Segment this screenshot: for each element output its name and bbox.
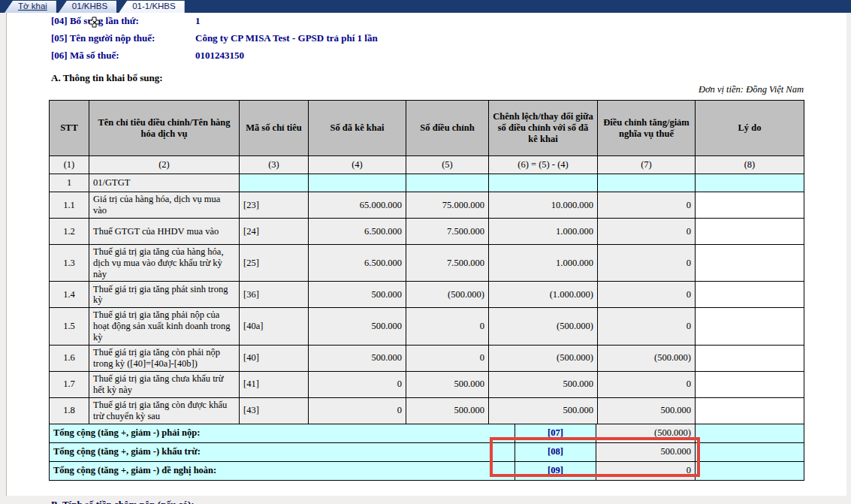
column-index-row: (1) (2) (3) (4) (5) (6) = (5) - (4) (7) … (50, 156, 804, 174)
cell-diff: 10.000.000 (489, 192, 598, 219)
adjustment-table-body: 101/GTGT1.1Giá trị của hàng hóa, dịch vụ… (50, 174, 804, 424)
totals-row: Tổng cộng (tăng +, giảm -) phải nộp:[07]… (50, 424, 804, 442)
cell-tax-adjustment (598, 174, 696, 192)
field-04: [04] Bổ sung lần thứ: 1 (51, 15, 378, 32)
adjustment-table: STT Tên chỉ tiêu điều chỉnh/Tên hàng hóa… (49, 100, 804, 424)
tab-01-khbs[interactable]: 01/KHBS (59, 1, 116, 13)
col-index: (8) (696, 156, 804, 174)
cell-reason[interactable] (696, 282, 804, 308)
cell-declared: 500.000 (309, 308, 406, 345)
cell-stt: 1.7 (50, 371, 89, 397)
cell-name: Thuế giá trị gia tăng phát sinh trong kỳ (89, 282, 240, 308)
cell-code: [41] (240, 371, 309, 397)
col-index: (6) = (5) - (4) (489, 156, 598, 174)
cell-adjusted: 7.500.000 (406, 219, 489, 245)
cell-reason (696, 174, 804, 192)
col-index: (1) (50, 156, 89, 174)
col-header-tax-adjustment: Điều chỉnh tăng/giảm nghĩa vụ thuế (598, 101, 696, 156)
total-reason (696, 442, 804, 461)
cell-code: [25] (240, 245, 309, 282)
total-value: 500.000 (596, 442, 696, 461)
field-05-label: [05] Tên người nộp thuế: (51, 32, 195, 44)
table-row: 101/GTGT (50, 174, 804, 192)
cell-declared: 65.000.000 (309, 192, 406, 219)
cell-adjusted (406, 174, 489, 192)
cell-reason[interactable] (696, 219, 804, 245)
cell-reason[interactable] (696, 371, 804, 397)
cell-name: Thuế giá trị gia tăng còn phải nộp trong… (89, 345, 240, 371)
cell-adjusted: 500.000 (406, 371, 489, 397)
cell-adjusted: 7.500.000 (406, 245, 489, 282)
column-header-row: STT Tên chỉ tiêu điều chỉnh/Tên hàng hóa… (50, 101, 804, 156)
cell-reason[interactable] (696, 308, 804, 345)
table-row: 1.6Thuế giá trị gia tăng còn phải nộp tr… (50, 345, 804, 371)
field-04-value: 1 (195, 15, 201, 27)
cell-tax-adjustment: 0 (598, 308, 696, 345)
cell-diff (489, 174, 598, 192)
tab-label: 01-1/KHBS (132, 2, 176, 11)
col-header-code: Mã số chỉ tiêu (240, 101, 309, 156)
cell-reason[interactable] (696, 245, 804, 282)
table-row: 1.1Giá trị của hàng hóa, dịch vụ mua vào… (50, 192, 804, 219)
field-06: [06] Mã số thuế: 0101243150 (51, 50, 378, 67)
cell-reason[interactable] (696, 345, 804, 371)
cell-declared: 0 (309, 397, 406, 424)
cell-diff: 1.000.000 (489, 219, 598, 245)
field-06-label: [06] Mã số thuế: (51, 50, 195, 62)
cell-name: Thuế GTGT của HHDV mua vào (89, 219, 240, 245)
col-index: (7) (598, 156, 696, 174)
app-window: Tờ khai 01/KHBS 01-1/KHBS [04] Bổ sung l… (0, 0, 851, 504)
cell-adjusted: 0 (406, 345, 489, 371)
cell-reason[interactable] (696, 192, 804, 219)
cell-name: Giá trị của hàng hóa, dịch vụ mua vào (89, 192, 240, 219)
cell-stt: 1.2 (50, 219, 89, 245)
total-code: [08] (515, 442, 596, 461)
table-row: 1.2Thuế GTGT của HHDV mua vào[24]6.500.0… (50, 219, 804, 245)
col-header-name: Tên chỉ tiêu điều chỉnh/Tên hàng hóa dịc… (89, 101, 240, 156)
cell-code: [24] (240, 219, 309, 245)
col-index: (4) (309, 156, 406, 174)
cell-stt: 1.4 (50, 282, 89, 308)
cell-tax-adjustment: (500.000) (598, 345, 696, 371)
cell-name: Thuế giá trị gia tăng chưa khấu trừ hết … (89, 371, 240, 397)
total-label: Tổng cộng (tăng +, giảm -) đề nghị hoàn: (50, 461, 515, 480)
cell-diff: 500.000 (489, 397, 598, 424)
cell-code: [36] (240, 282, 309, 308)
cell-name: 01/GTGT (89, 174, 240, 192)
cell-code: [23] (240, 192, 309, 219)
header-fields: [04] Bổ sung lần thứ: 1 [05] Tên người n… (51, 15, 378, 67)
cell-tax-adjustment: 0 (598, 282, 696, 308)
cell-code (240, 174, 309, 192)
cell-stt: 1 (50, 174, 89, 192)
cell-stt: 1.1 (50, 192, 89, 219)
tab-to-khai[interactable]: Tờ khai (5, 1, 56, 13)
cell-adjusted: (500.000) (406, 282, 489, 308)
total-label: Tổng cộng (tăng +, giảm -) phải nộp: (50, 424, 515, 442)
cell-diff: (1.000.000) (489, 282, 598, 308)
section-b-partial-title: B. Tính số tiền chậm nộp (nếu có): (51, 499, 194, 504)
cell-tax-adjustment: 0 (598, 219, 696, 245)
total-value: (500.000) (596, 424, 696, 442)
tab-label: Tờ khai (18, 2, 47, 11)
cell-tax-adjustment: 500.000 (598, 397, 696, 424)
cell-tax-adjustment: 0 (598, 245, 696, 282)
field-04-label: [04] Bổ sung lần thứ: (51, 15, 195, 27)
cell-adjusted: 0 (406, 308, 489, 345)
cell-adjusted: 500.000 (406, 397, 489, 424)
total-reason (696, 461, 804, 480)
totals-row: Tổng cộng (tăng +, giảm -) khấu trừ:[08]… (50, 442, 804, 461)
cell-tax-adjustment: 0 (598, 192, 696, 219)
field-05: [05] Tên người nộp thuế: Công ty CP MISA… (51, 32, 378, 50)
cell-tax-adjustment: 0 (598, 371, 696, 397)
total-label: Tổng cộng (tăng +, giảm -) khấu trừ: (50, 442, 515, 461)
cell-reason[interactable] (696, 397, 804, 424)
col-index: (5) (406, 156, 489, 174)
cell-name: Thuế giá trị gia tăng của hàng hóa, dịch… (89, 245, 240, 282)
tab-01-1-khbs[interactable]: 01-1/KHBS (119, 1, 185, 13)
cell-name: Thuế giá trị gia tăng phải nộp của hoạt … (89, 308, 240, 345)
col-header-declared: Số đã kê khai (309, 101, 406, 156)
cell-diff: 500.000 (489, 371, 598, 397)
tab-bar: Tờ khai 01/KHBS 01-1/KHBS (0, 0, 851, 13)
currency-note: Đơn vị tiền: Đồng Việt Nam (49, 84, 804, 95)
total-value: 0 (596, 461, 696, 480)
